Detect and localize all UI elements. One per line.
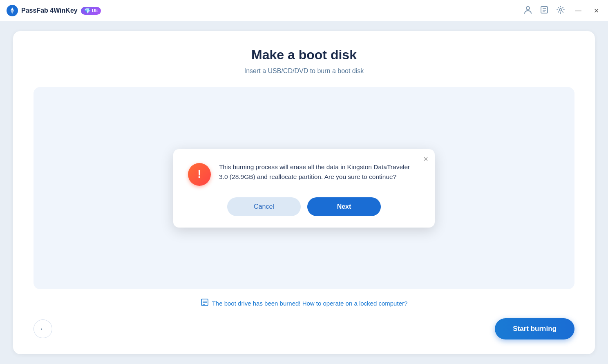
next-button[interactable]: Next: [307, 197, 381, 216]
footer-row: ← Start burning: [34, 318, 574, 339]
main-area: Make a boot disk Insert a USB/CD/DVD to …: [0, 21, 608, 364]
exclamation-mark: !: [197, 168, 201, 180]
dialog-buttons: Cancel Next: [188, 197, 420, 216]
back-arrow-icon: ←: [39, 325, 47, 333]
close-button[interactable]: ✕: [591, 6, 601, 16]
settings-icon[interactable]: [556, 5, 565, 16]
warning-icon-wrap: !: [188, 163, 211, 186]
user-icon[interactable]: [523, 5, 532, 16]
inner-panel: × ! This burning process will erase all …: [34, 87, 574, 289]
confirmation-dialog: × ! This burning process will erase all …: [173, 149, 435, 228]
guide-icon: [201, 298, 209, 308]
start-burning-button[interactable]: Start burning: [495, 318, 574, 339]
diamond-icon: 💎: [84, 8, 91, 14]
minimize-button[interactable]: —: [572, 6, 584, 15]
back-button[interactable]: ←: [34, 319, 52, 338]
boot-guide-link-text: The boot drive has been burned! How to o…: [212, 300, 408, 307]
page-title: Make a boot disk: [34, 47, 574, 63]
bottom-link-row: The boot drive has been burned! How to o…: [34, 298, 574, 308]
warning-icon: !: [188, 163, 211, 186]
app-logo: [7, 5, 18, 16]
dialog-message: This burning process will erase all the …: [219, 162, 420, 183]
dialog-body: ! This burning process will erase all th…: [188, 162, 420, 186]
svg-point-1: [526, 7, 530, 10]
dialog-overlay: × ! This burning process will erase all …: [34, 87, 574, 289]
titlebar-actions: — ✕: [523, 5, 601, 16]
page-subtitle: Insert a USB/CD/DVD to burn a boot disk: [34, 67, 574, 75]
main-card: Make a boot disk Insert a USB/CD/DVD to …: [13, 31, 595, 354]
dialog-close-button[interactable]: ×: [423, 155, 428, 163]
badge-text: Ult: [92, 8, 98, 13]
titlebar: PassFab 4WinKey 💎 Ult: [0, 0, 608, 21]
app-name: PassFab 4WinKey: [21, 7, 78, 14]
boot-guide-link[interactable]: The boot drive has been burned! How to o…: [201, 298, 408, 308]
badge-ult: 💎 Ult: [81, 7, 101, 15]
cancel-button[interactable]: Cancel: [227, 197, 301, 216]
svg-point-6: [559, 9, 562, 11]
book-icon[interactable]: [540, 5, 549, 16]
